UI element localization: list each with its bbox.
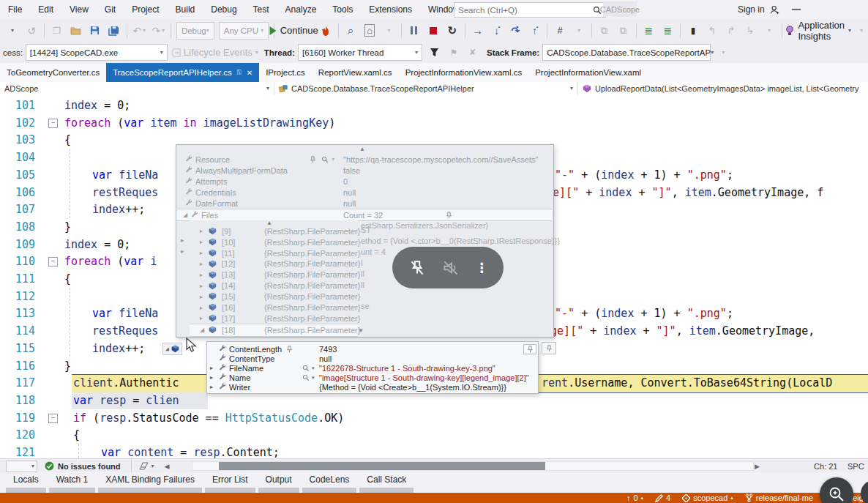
git-edits[interactable]: 4	[655, 493, 670, 502]
datatip-anchor[interactable]: ◢	[162, 343, 182, 355]
eraser-caret-icon[interactable]: ▾	[151, 463, 154, 469]
git-repo[interactable]: scopecad ▴	[682, 493, 733, 502]
panel-tab-call-stack[interactable]: Call Stack	[359, 472, 414, 493]
stop-button[interactable]	[424, 22, 443, 40]
scroll-left-icon[interactable]: ◀	[165, 463, 170, 470]
step-into-button[interactable]: ↓̇	[487, 22, 506, 40]
subtip-row[interactable]: ContentLength7493	[207, 344, 536, 354]
fold-collapse-box[interactable]: −	[48, 257, 58, 267]
expander-icon[interactable]: ▸	[200, 228, 203, 234]
expander-icon[interactable]: ▸	[200, 305, 203, 311]
breadcrumb-type-dropdown[interactable]: CADScope.Database.TraceScopeReportAPIHel…	[274, 82, 578, 95]
toolbar-options-caret[interactable]: ▾	[379, 22, 398, 40]
frame-home-button[interactable]: ⌂	[360, 22, 379, 40]
stack-frame-dropdown[interactable]: CADScope.Database.TraceScopeReportAP▾	[542, 44, 711, 61]
menu-item-view[interactable]: View	[61, 0, 97, 19]
prev-bookmark-button[interactable]: ↰	[703, 22, 722, 40]
breadcrumb-member-dropdown[interactable]: UploadReportData(List<GeometryImagesData…	[578, 82, 868, 95]
file-parameter-row[interactable]: ▸[17]{RestSharp.FileParameter}	[190, 313, 358, 324]
find-in-files-button[interactable]: ⌕	[341, 22, 360, 40]
datatip-subpopup[interactable]: ContentLength7493ContentTypenull▸FileNam…	[206, 341, 539, 394]
menu-item-test[interactable]: Test	[245, 0, 277, 19]
file-parameter-row[interactable]: ▸[10]{RestSharp.FileParameter}	[190, 236, 358, 248]
minimize-icon[interactable]	[792, 9, 801, 10]
tab-tracescopereportapihelper-cs[interactable]: TraceScopeReportAPIHelper.cs⍂✕	[106, 63, 259, 82]
open-file-button[interactable]	[67, 22, 86, 40]
menu-item-analyze[interactable]: Analyze	[277, 0, 325, 19]
scroll-up-icon[interactable]: ▲	[359, 146, 365, 152]
process-dropdown[interactable]: [14424] ScopeCAD.exe▾	[26, 44, 168, 61]
menu-item-git[interactable]: Git	[97, 0, 124, 19]
toolbar-overflow-caret[interactable]: ▾	[3, 22, 22, 40]
panel-tab-locals[interactable]: Locals	[6, 472, 46, 493]
expander-icon[interactable]: ▸	[210, 384, 213, 390]
subtip-row[interactable]: ▸Name▾"image[Structure 1 - South-drawing…	[207, 373, 536, 382]
menu-item-extensions[interactable]: Extensions	[361, 0, 420, 19]
toolbar-options-caret-3[interactable]: ▾	[760, 22, 779, 40]
show-next-statement-button[interactable]: →	[468, 22, 487, 40]
expander-icon[interactable]: ▸	[210, 365, 213, 371]
expander-icon[interactable]: ▸	[181, 236, 184, 244]
expander-open-icon[interactable]: ◢	[165, 346, 169, 352]
search-input[interactable]: Search (Ctrl+Q)	[454, 2, 606, 18]
datatip-row[interactable]: Attempts0	[176, 176, 552, 187]
scrollbar-thumb[interactable]	[219, 462, 545, 470]
continue-button[interactable]: Continue▾	[277, 22, 316, 40]
menu-item-debug[interactable]: Debug	[203, 0, 244, 19]
thread-filter-button[interactable]	[425, 44, 444, 62]
expander-icon[interactable]: ▸	[200, 239, 203, 245]
subtip-row[interactable]: ▸FileName▾"1622678-Structure 1 - South-d…	[207, 363, 536, 373]
redo-button[interactable]: ↷▾	[149, 22, 168, 40]
debugbar-options-caret[interactable]: ▾	[714, 44, 733, 62]
expander-icon[interactable]: ▸	[200, 294, 203, 300]
panel-tab-codelens[interactable]: CodeLens	[302, 472, 357, 493]
files-children-list[interactable]: ▲▸[9]{RestSharp.FileParameter}▸[10]{Rest…	[190, 220, 358, 335]
decrease-indent-button[interactable]: ≣	[639, 22, 658, 40]
issues-status[interactable]: No issues found	[45, 461, 121, 471]
expander-icon[interactable]: ▸	[200, 261, 203, 267]
menu-item-edit[interactable]: Edit	[30, 0, 61, 19]
step-out-button[interactable]: ↑̇	[525, 22, 544, 40]
solution-configuration-dropdown[interactable]: Debug▾	[176, 22, 214, 40]
suspend-threads-button[interactable]: ✘	[463, 44, 482, 62]
menu-item-tools[interactable]: Tools	[324, 0, 361, 19]
datatip-row[interactable]: DateFormatnull	[176, 198, 552, 209]
increase-indent-button[interactable]: ≣	[658, 22, 677, 40]
scroll-down-icon[interactable]: ▼	[358, 327, 364, 334]
pin-off-icon[interactable]	[408, 258, 427, 277]
expander-icon[interactable]: ▸	[200, 272, 203, 278]
datatip-popup[interactable]: ▲Resource▾"https://qa-tracescope.myscope…	[176, 144, 554, 338]
fold-collapse-box[interactable]: −	[48, 414, 58, 423]
nav-backward-icon[interactable]: ↺	[22, 22, 41, 40]
sign-in-button[interactable]: Sign in	[738, 0, 780, 19]
tab-iproject-cs[interactable]: IProject.cs	[259, 63, 312, 82]
copy-window-button[interactable]: ⧉	[614, 22, 633, 40]
scroll-right-icon[interactable]: ▶	[755, 463, 760, 470]
expander-icon[interactable]: ▸	[181, 247, 184, 255]
menu-item-file[interactable]: File	[0, 0, 30, 19]
expander-icon[interactable]: ▸	[200, 250, 203, 256]
file-parameter-row[interactable]: ▸[12]{RestSharp.FileParameter}	[190, 258, 358, 270]
expander-icon[interactable]: ▸	[200, 315, 203, 321]
new-window-button[interactable]: ⧉	[595, 22, 614, 40]
datatip-row[interactable]: Credentialsnull	[176, 187, 552, 198]
pause-button[interactable]	[405, 22, 424, 40]
file-parameter-row[interactable]: ◢[18]{RestSharp.FileParameter}	[190, 324, 358, 337]
panel-tab-watch-1[interactable]: Watch 1	[49, 472, 96, 493]
line-number-toggle-button[interactable]: #	[550, 22, 569, 40]
expander-open-icon[interactable]: ◢	[183, 212, 187, 218]
speaker-muted-icon[interactable]	[441, 258, 460, 277]
save-all-button[interactable]	[105, 22, 124, 40]
expander-icon[interactable]: ▸	[210, 374, 213, 381]
issues-filter-dropdown[interactable]: ▾	[6, 461, 37, 472]
breadcrumb-project-dropdown[interactable]: ADScope▾	[0, 82, 274, 95]
new-item-icon[interactable]: ❐	[48, 22, 67, 40]
tab-projectinformationview-xaml[interactable]: ProjectInformationView.xaml	[528, 63, 648, 82]
datatip-row[interactable]: Resource▾"https://qa-tracescope.myscopet…	[176, 154, 552, 165]
file-parameter-row[interactable]: ▸[14]{RestSharp.FileParameter}	[190, 280, 358, 292]
lifecycle-events-button[interactable]: Lifecycle Events▾	[171, 44, 260, 62]
expander-icon[interactable]: ▸	[200, 283, 203, 289]
file-parameter-row[interactable]: ▸[16]{RestSharp.FileParameter}	[190, 302, 358, 313]
pin-outline-icon[interactable]	[286, 346, 293, 353]
panel-tab-xaml-binding-failures[interactable]: XAML Binding Failures	[98, 472, 202, 493]
